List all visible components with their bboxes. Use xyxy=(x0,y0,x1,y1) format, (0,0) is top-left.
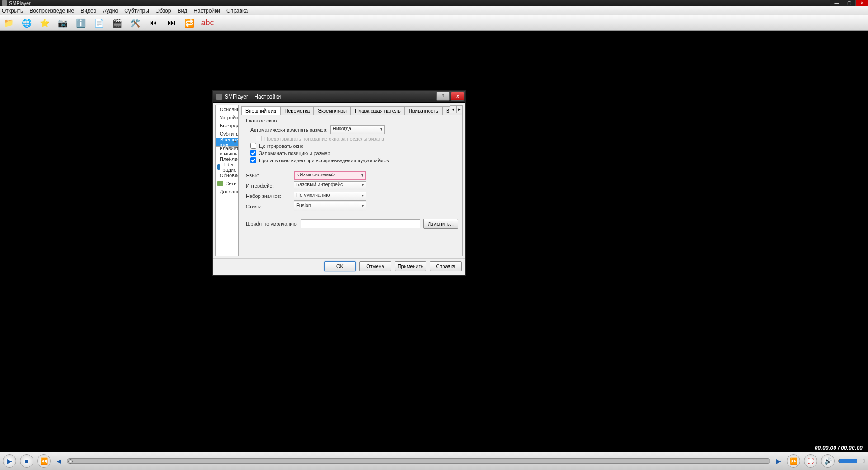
dialog-help-button[interactable]: ? xyxy=(436,92,450,101)
select-iconset[interactable]: По умолчанию xyxy=(294,192,366,201)
dialog-title: SMPlayer – Настройки xyxy=(225,94,281,100)
dialog-footer: OK Отмена Применить Справка xyxy=(213,258,465,273)
mute-button[interactable]: 🔊 xyxy=(821,454,835,468)
tab-seeking[interactable]: Перемотка xyxy=(280,106,314,115)
input-default-font[interactable] xyxy=(301,219,420,228)
dialog-titlebar[interactable]: SMPlayer – Настройки ? ✕ xyxy=(213,91,465,103)
dialog-close-button[interactable]: ✕ xyxy=(451,92,464,101)
label-default-font: Шрифт по умолчанию: xyxy=(246,221,298,226)
menu-playback[interactable]: Воспроизведение xyxy=(29,8,74,14)
select-interface[interactable]: Базовый интерфейс xyxy=(294,181,366,190)
cat-updates[interactable]: Обновления xyxy=(216,171,238,179)
checkbox-center[interactable] xyxy=(250,143,256,149)
main-titlebar: SMPlayer — ▢ ✕ xyxy=(0,0,868,6)
time-display: 00:00:00 / 00:00:00 xyxy=(812,445,865,451)
cat-performance[interactable]: Быстродействие xyxy=(216,122,238,130)
tools-icon[interactable]: 🛠️ xyxy=(129,17,141,29)
tab-floating[interactable]: Плавающая панель xyxy=(351,106,405,115)
checkbox-hide-video[interactable] xyxy=(250,157,256,163)
tab-scroll-left[interactable]: ◂ xyxy=(450,105,456,113)
cat-tv-radio[interactable]: ТВ и радио xyxy=(216,163,238,171)
label-remember: Запоминать позицию и размер xyxy=(259,150,330,156)
cat-devices[interactable]: Устройства xyxy=(216,113,238,122)
menu-open[interactable]: Открыть xyxy=(2,8,23,14)
tab-instances[interactable]: Экземпляры xyxy=(314,106,351,115)
menu-browse[interactable]: Обзор xyxy=(156,8,171,14)
toolbar: 📁 🌐 ⭐ 📷 ℹ️ 📄 🎬 🛠️ ⏮ ⏭ 🔁 abc xyxy=(0,15,868,31)
cat-keyboard[interactable]: Клавиатура и мышь xyxy=(216,147,238,155)
open-file-icon[interactable]: 📁 xyxy=(3,17,14,29)
dialog-icon xyxy=(216,94,222,100)
app-title: SMPlayer xyxy=(9,0,31,6)
step-fwd-icon[interactable]: ▶ xyxy=(774,456,783,465)
info-icon[interactable]: ℹ️ xyxy=(75,17,87,29)
play-button[interactable]: ▶ xyxy=(3,454,16,468)
menu-settings[interactable]: Настройки xyxy=(193,8,220,14)
stop-button[interactable]: ■ xyxy=(20,454,33,468)
label-prevent-offscreen: Предотвращать попадание окна за пределы … xyxy=(264,136,384,141)
app-icon xyxy=(2,0,7,6)
checkbox-prevent-offscreen xyxy=(256,136,262,141)
cat-general[interactable]: Основные xyxy=(216,105,238,113)
checkbox-remember[interactable] xyxy=(250,150,256,156)
tabstrip: Внешний вид Перемотка Экземпляры Плавающ… xyxy=(241,105,462,115)
help-button[interactable]: Справка xyxy=(430,261,462,271)
maximize-button[interactable]: ▢ xyxy=(843,0,855,6)
menu-audio[interactable]: Аудио xyxy=(103,8,118,14)
subtitle-search-icon[interactable]: abc xyxy=(202,17,213,29)
label-center: Центрировать окно xyxy=(259,143,303,149)
change-font-button[interactable]: Изменить... xyxy=(423,219,458,229)
tab-scroll-right[interactable]: ▸ xyxy=(456,105,462,113)
close-button[interactable]: ✕ xyxy=(855,0,868,6)
favorites-icon[interactable]: ⭐ xyxy=(39,17,51,29)
menu-subtitles[interactable]: Субтитры xyxy=(124,8,149,14)
category-list: Основные Устройства Быстродействие Субти… xyxy=(215,105,239,256)
playlist-icon[interactable]: 📄 xyxy=(93,17,105,29)
label-iconset: Набор значков: xyxy=(246,193,291,199)
media-icon[interactable]: 🎬 xyxy=(111,17,123,29)
step-back-icon[interactable]: ◀ xyxy=(54,456,63,465)
label-autoresize: Автоматически изменять размер: xyxy=(250,127,328,132)
label-interface: Интерфейс: xyxy=(246,183,291,188)
next-track-icon[interactable]: ⏭ xyxy=(165,17,177,29)
select-language[interactable]: <Язык системы> xyxy=(294,171,366,180)
label-style: Стиль: xyxy=(246,204,291,209)
ok-button[interactable]: OK xyxy=(324,261,356,271)
select-style[interactable]: Fusion xyxy=(294,202,366,211)
apply-button[interactable]: Применить xyxy=(395,261,426,271)
cancel-button[interactable]: Отмена xyxy=(359,261,391,271)
settings-dialog: SMPlayer – Настройки ? ✕ Основные Устрой… xyxy=(212,90,466,276)
control-bar: ▶ ■ ⏪ ◀ ▶ ⏩ ⛶ 🔊 xyxy=(0,452,868,470)
tab-appearance[interactable]: Внешний вид xyxy=(241,106,280,115)
group-main-window: Главное окно xyxy=(246,118,458,123)
menu-view[interactable]: Вид xyxy=(177,8,187,14)
cat-advanced[interactable]: Дополнительно xyxy=(216,188,238,196)
screenshot-icon[interactable]: 📷 xyxy=(57,17,69,29)
volume-slider[interactable] xyxy=(838,459,865,463)
rewind-button[interactable]: ⏪ xyxy=(37,454,51,468)
cat-network[interactable]: Сеть xyxy=(216,179,238,188)
label-language: Язык: xyxy=(246,173,291,178)
settings-pane: Внешний вид Перемотка Экземпляры Плавающ… xyxy=(241,105,463,256)
cat-appearance[interactable]: Внешний вид xyxy=(216,138,238,147)
select-autoresize[interactable]: Никогда xyxy=(330,125,385,134)
label-hide-video: Прятать окно видео при воспроизведении а… xyxy=(259,158,389,163)
menu-help[interactable]: Справка xyxy=(226,8,248,14)
open-url-icon[interactable]: 🌐 xyxy=(21,17,33,29)
prev-track-icon[interactable]: ⏮ xyxy=(147,17,159,29)
repeat-icon[interactable]: 🔁 xyxy=(184,17,195,29)
menubar: Открыть Воспроизведение Видео Аудио Субт… xyxy=(0,6,868,15)
menu-video[interactable]: Видео xyxy=(80,8,96,14)
tab-privacy[interactable]: Приватность xyxy=(405,106,442,115)
minimize-button[interactable]: — xyxy=(830,0,843,6)
forward-button[interactable]: ⏩ xyxy=(787,454,800,468)
seek-slider[interactable] xyxy=(67,458,770,464)
fullscreen-button[interactable]: ⛶ xyxy=(804,454,817,468)
